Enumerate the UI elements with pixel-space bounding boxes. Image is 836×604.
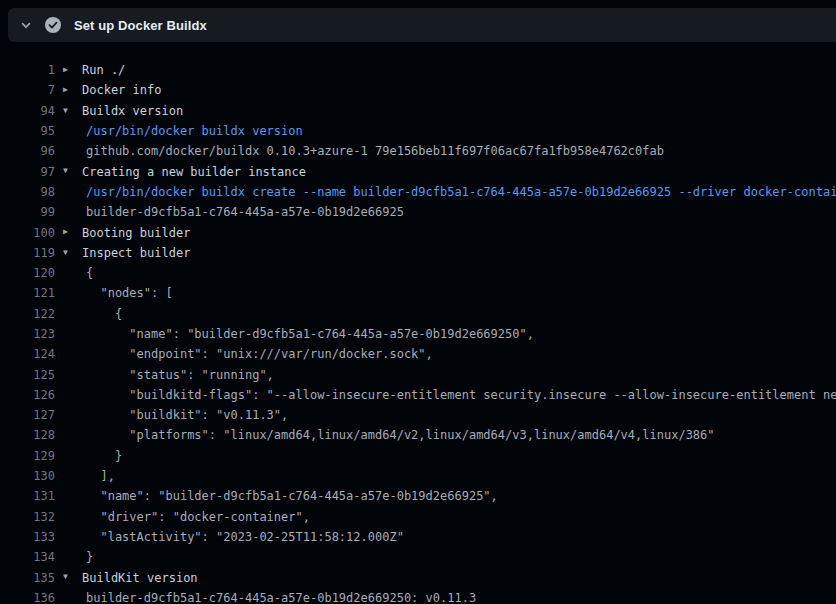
line-text: "status": "running", bbox=[86, 368, 274, 382]
log-line: 126 "buildkitd-flags": "--allow-insecure… bbox=[0, 385, 836, 405]
line-number[interactable]: 97 bbox=[0, 165, 55, 179]
line-number[interactable]: 124 bbox=[0, 347, 55, 361]
log-line: 127 "buildkit": "v0.11.3", bbox=[0, 405, 836, 425]
log-container: 1 ▶ Run ./ 7 ▶ Docker info 94 ▼ Buildx v… bbox=[0, 42, 836, 604]
log-line: 131 "name": "builder-d9cfb5a1-c764-445a-… bbox=[0, 486, 836, 506]
line-text: ], bbox=[86, 469, 115, 483]
line-number[interactable]: 123 bbox=[0, 327, 55, 341]
group-toggle-icon[interactable]: ▼ bbox=[63, 101, 82, 121]
line-number[interactable]: 129 bbox=[0, 449, 55, 463]
line-text: builder-d9cfb5a1-c764-445a-a57e-0b19d2e6… bbox=[86, 205, 404, 219]
line-number[interactable]: 121 bbox=[0, 286, 55, 300]
step-title: Set up Docker Buildx bbox=[74, 18, 207, 33]
log-line: 132 "driver": "docker-container", bbox=[0, 507, 836, 527]
line-number[interactable]: 134 bbox=[0, 550, 55, 564]
group-toggle-icon[interactable]: ▼ bbox=[63, 243, 82, 263]
group-toggle-icon[interactable]: ▶ bbox=[63, 80, 82, 100]
log-line: 99 builder-d9cfb5a1-c764-445a-a57e-0b19d… bbox=[0, 202, 836, 222]
chevron-down-icon[interactable] bbox=[18, 17, 34, 33]
log-line: 94 ▼ Buildx version bbox=[0, 101, 836, 121]
log-line: 123 "name": "builder-d9cfb5a1-c764-445a-… bbox=[0, 324, 836, 344]
line-number[interactable]: 94 bbox=[0, 104, 55, 118]
line-text[interactable]: Booting builder bbox=[82, 226, 190, 240]
line-text: "buildkit": "v0.11.3", bbox=[86, 408, 288, 422]
line-number[interactable]: 100 bbox=[0, 226, 55, 240]
line-text: "lastActivity": "2023-02-25T11:58:12.000… bbox=[86, 530, 404, 544]
line-text[interactable]: Run ./ bbox=[82, 63, 125, 77]
line-number[interactable]: 99 bbox=[0, 205, 55, 219]
log-line: 125 "status": "running", bbox=[0, 364, 836, 384]
line-number[interactable]: 1 bbox=[0, 63, 55, 77]
log-line: 133 "lastActivity": "2023-02-25T11:58:12… bbox=[0, 527, 836, 547]
line-text[interactable]: BuildKit version bbox=[82, 571, 198, 585]
log-line: 98 /usr/bin/docker buildx create --name … bbox=[0, 182, 836, 202]
line-number[interactable]: 136 bbox=[0, 591, 55, 604]
log-line: 100 ▶ Booting builder bbox=[0, 222, 836, 242]
log-line: 135 ▼ BuildKit version bbox=[0, 567, 836, 587]
line-text: } bbox=[86, 449, 122, 463]
line-text: /usr/bin/docker buildx create --name bui… bbox=[86, 185, 836, 199]
check-circle-icon bbox=[45, 17, 61, 33]
log-line: 124 "endpoint": "unix:///var/run/docker.… bbox=[0, 344, 836, 364]
log-line: 122 { bbox=[0, 304, 836, 324]
line-text: "platforms": "linux/amd64,linux/amd64/v2… bbox=[86, 428, 715, 442]
line-text: { bbox=[86, 266, 93, 280]
line-text: "buildkitd-flags": "--allow-insecure-ent… bbox=[86, 388, 836, 402]
line-number[interactable]: 131 bbox=[0, 489, 55, 503]
line-text: "endpoint": "unix:///var/run/docker.sock… bbox=[86, 347, 433, 361]
line-number[interactable]: 119 bbox=[0, 246, 55, 260]
line-text: "name": "builder-d9cfb5a1-c764-445a-a57e… bbox=[86, 489, 498, 503]
line-number[interactable]: 122 bbox=[0, 307, 55, 321]
line-number[interactable]: 96 bbox=[0, 144, 55, 158]
line-number[interactable]: 120 bbox=[0, 266, 55, 280]
line-text: "nodes": [ bbox=[86, 286, 173, 300]
line-number[interactable]: 132 bbox=[0, 510, 55, 524]
line-text: /usr/bin/docker buildx version bbox=[86, 124, 303, 138]
line-text: "name": "builder-d9cfb5a1-c764-445a-a57e… bbox=[86, 327, 534, 341]
log-line: 130 ], bbox=[0, 466, 836, 486]
line-number[interactable]: 125 bbox=[0, 368, 55, 382]
log-line: 136 builder-d9cfb5a1-c764-445a-a57e-0b19… bbox=[0, 588, 836, 604]
log-line: 119 ▼ Inspect builder bbox=[0, 243, 836, 263]
line-number[interactable]: 128 bbox=[0, 428, 55, 442]
log-line: 134 } bbox=[0, 547, 836, 567]
log-line: 129 } bbox=[0, 446, 836, 466]
line-text: { bbox=[86, 307, 122, 321]
actions-log-page: { "header": { "title": "Set up Docker Bu… bbox=[0, 0, 836, 604]
log-line: 95 /usr/bin/docker buildx version bbox=[0, 121, 836, 141]
step-header[interactable]: Set up Docker Buildx bbox=[8, 8, 836, 42]
line-text[interactable]: Inspect builder bbox=[82, 246, 190, 260]
log-line: 121 "nodes": [ bbox=[0, 283, 836, 303]
line-number[interactable]: 7 bbox=[0, 83, 55, 97]
log-line: 120 { bbox=[0, 263, 836, 283]
log-line: 7 ▶ Docker info bbox=[0, 80, 836, 100]
log-line: 128 "platforms": "linux/amd64,linux/amd6… bbox=[0, 425, 836, 445]
line-number[interactable]: 130 bbox=[0, 469, 55, 483]
line-text[interactable]: Creating a new builder instance bbox=[82, 165, 306, 179]
line-text[interactable]: Buildx version bbox=[82, 104, 183, 118]
log-line: 97 ▼ Creating a new builder instance bbox=[0, 161, 836, 181]
line-text: github.com/docker/buildx 0.10.3+azure-1 … bbox=[86, 144, 664, 158]
group-toggle-icon[interactable]: ▼ bbox=[63, 161, 82, 181]
log-line: 1 ▶ Run ./ bbox=[0, 60, 836, 80]
line-number[interactable]: 133 bbox=[0, 530, 55, 544]
line-text: "driver": "docker-container", bbox=[86, 510, 310, 524]
group-toggle-icon[interactable]: ▼ bbox=[63, 567, 82, 587]
line-number[interactable]: 135 bbox=[0, 571, 55, 585]
line-number[interactable]: 126 bbox=[0, 388, 55, 402]
log-line: 96 github.com/docker/buildx 0.10.3+azure… bbox=[0, 141, 836, 161]
line-number[interactable]: 127 bbox=[0, 408, 55, 422]
line-text: } bbox=[86, 550, 93, 564]
line-text: builder-d9cfb5a1-c764-445a-a57e-0b19d2e6… bbox=[86, 591, 476, 604]
group-toggle-icon[interactable]: ▶ bbox=[63, 60, 82, 80]
line-text[interactable]: Docker info bbox=[82, 83, 161, 97]
line-number[interactable]: 95 bbox=[0, 124, 55, 138]
group-toggle-icon[interactable]: ▶ bbox=[63, 222, 82, 242]
line-number[interactable]: 98 bbox=[0, 185, 55, 199]
